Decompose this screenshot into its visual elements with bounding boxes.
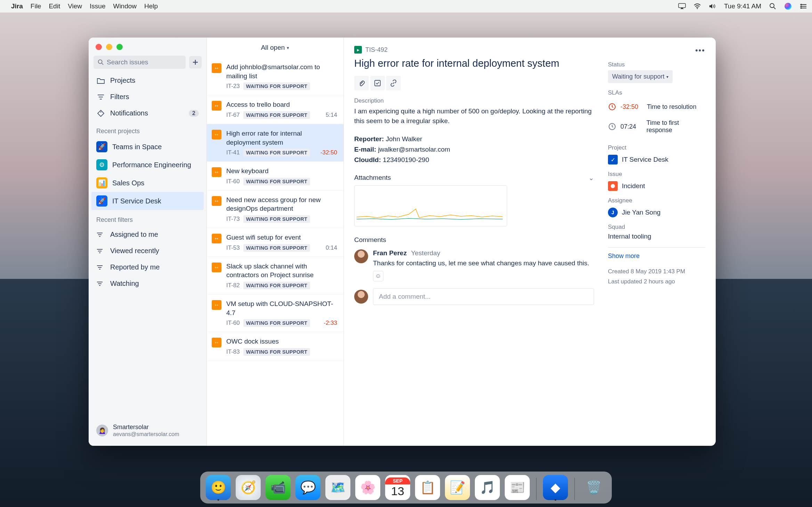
issue-list-item[interactable]: ↔OWC dock issuesIT-83WAITING FOR SUPPORT	[207, 332, 343, 361]
sidebar-filter-item[interactable]: Watching	[89, 275, 206, 292]
filter-icon	[96, 248, 105, 254]
issue-list: All open ▾ ↔Add johnblo@smartsolar.com t…	[207, 38, 344, 446]
nav-filters[interactable]: Filters	[89, 89, 206, 105]
dock-calendar[interactable]: SEP13	[385, 475, 410, 500]
issue-list-item[interactable]: ↔High error rate for internal deployment…	[207, 124, 343, 162]
menu-file[interactable]: File	[31, 2, 41, 10]
sidebar-filter-item[interactable]: Viewed recently	[89, 243, 206, 259]
svg-rect-0	[679, 3, 685, 8]
create-issue-button[interactable]	[189, 56, 202, 69]
issue-key[interactable]: TIS-492	[365, 46, 388, 54]
filter-icon	[96, 94, 105, 100]
dock-reminders[interactable]: 📋	[415, 475, 440, 500]
svg-point-2	[770, 3, 774, 8]
issue-key: IT-60	[226, 178, 240, 185]
issue-status: WAITING FOR SUPPORT	[243, 244, 310, 252]
comment-date: Yesterday	[411, 249, 440, 257]
minimize-window-button[interactable]	[106, 44, 112, 50]
show-more-link[interactable]: Show more	[608, 252, 705, 260]
issue-list-item[interactable]: ↔Guest wifi setup for eventIT-53WAITING …	[207, 228, 343, 257]
filter-label: Reported by me	[110, 263, 160, 271]
issue-list-item[interactable]: ↔Add johnblo@smartsolar.com to mailing l…	[207, 58, 343, 95]
dock-finder[interactable]: 🙂	[206, 475, 231, 500]
link-icon	[390, 80, 397, 87]
nav-projects[interactable]: Projects	[89, 72, 206, 89]
sidebar-project-item[interactable]: ⚙Performance Engineering	[89, 156, 206, 174]
link-button[interactable]	[386, 76, 401, 90]
menu-issue[interactable]: Issue	[90, 2, 105, 10]
sidebar-filter-item[interactable]: Reported by me	[89, 259, 206, 275]
dock-news[interactable]: 📰	[505, 475, 530, 500]
svg-line-3	[774, 7, 776, 9]
react-button[interactable]: ☺	[373, 271, 383, 281]
menu-edit[interactable]: Edit	[49, 2, 60, 10]
dock-photos[interactable]: 🌸	[355, 475, 380, 500]
issue-title: Guest wifi setup for event	[226, 233, 337, 242]
chevron-down-icon: ⌄	[588, 174, 594, 182]
dock-messages[interactable]: 💬	[295, 475, 320, 500]
filter-icon	[96, 265, 105, 270]
issue-title: OWC dock issues	[226, 337, 337, 346]
status-dropdown[interactable]: Waiting for support ▾	[608, 70, 673, 83]
zoom-window-button[interactable]	[116, 44, 123, 50]
project-icon: ⚙	[96, 159, 107, 170]
issue-list-item[interactable]: ↔Need new access group for new designOps…	[207, 191, 343, 228]
attachments-header[interactable]: Attachments ⌄	[354, 174, 594, 182]
dock-music[interactable]: 🎵	[475, 475, 500, 500]
subtask-button[interactable]	[370, 76, 385, 90]
dock-notes[interactable]: 📝	[445, 475, 470, 500]
sidebar-filter-item[interactable]: Assigned to me	[89, 226, 206, 243]
dock-jira[interactable]: ◆	[543, 475, 568, 500]
search-issues-input[interactable]: Search issues	[94, 56, 186, 69]
issue-list-item[interactable]: ↔VM setup with CLOUD-SNAPSHOT-4.7IT-60WA…	[207, 295, 343, 332]
add-comment-input[interactable]	[373, 288, 594, 305]
recent-filters-label: Recent filters	[89, 210, 206, 226]
sla-time-value: -32:50	[620, 103, 643, 111]
app-menu[interactable]: Jira	[11, 2, 23, 10]
sla-first-response: 07:24 Time to first response	[608, 115, 705, 138]
close-window-button[interactable]	[96, 44, 102, 50]
dock-safari[interactable]: 🧭	[236, 475, 261, 500]
sidebar-project-item[interactable]: 🚀Teams in Space	[89, 138, 206, 156]
comment-avatar	[354, 249, 368, 263]
issue-type-row[interactable]: Incident	[608, 180, 705, 191]
volume-icon[interactable]	[709, 2, 716, 10]
divider	[608, 247, 705, 248]
spotlight-icon[interactable]	[769, 2, 777, 10]
issue-list-item[interactable]: ↔New keyboardIT-60WAITING FOR SUPPORT	[207, 162, 343, 191]
menu-window[interactable]: Window	[113, 2, 137, 10]
more-actions-button[interactable]: •••	[695, 46, 705, 55]
issue-list-item[interactable]: ↔Slack up slack channel with contractors…	[207, 257, 343, 295]
tag-icon	[96, 110, 105, 117]
control-center-icon[interactable]	[799, 2, 807, 10]
sla-label: Time to first response	[647, 119, 705, 134]
attach-button[interactable]	[354, 76, 369, 90]
attachment-thumbnail[interactable]	[354, 185, 507, 226]
sidebar-project-item[interactable]: 📊Sales Ops	[89, 174, 206, 192]
svg-point-1	[697, 8, 698, 9]
wifi-icon[interactable]	[693, 2, 701, 10]
sidebar-user[interactable]: 🙍‍♀️ Smartersolar aevans@smartersolar.co…	[89, 417, 206, 446]
menu-help[interactable]: Help	[144, 2, 158, 10]
issue-key: IT-73	[226, 216, 240, 223]
dock-maps[interactable]: 🗺️	[325, 475, 350, 500]
nav-notifications[interactable]: Notifications 2	[89, 105, 206, 121]
menubar-clock[interactable]: Tue 9:41 AM	[724, 2, 761, 10]
airplay-icon[interactable]	[678, 2, 686, 10]
issue-status: WAITING FOR SUPPORT	[243, 282, 310, 289]
issue-list-item[interactable]: ↔Access to trello boardIT-67WAITING FOR …	[207, 95, 343, 124]
issue-type-icon: ▸	[354, 46, 362, 54]
project-value-row[interactable]: ✓ IT Service Desk	[608, 153, 705, 164]
clock-icon	[608, 103, 616, 111]
dock-trash[interactable]: 🗑️	[581, 475, 606, 500]
issue-list-filter[interactable]: All open ▾	[207, 38, 343, 58]
issue-status: WAITING FOR SUPPORT	[243, 178, 310, 185]
issue-type-icon: ↔	[212, 130, 221, 139]
issue-status: WAITING FOR SUPPORT	[243, 111, 310, 119]
dock-facetime[interactable]: 📹	[266, 475, 291, 500]
assignee-row[interactable]: J Jie Yan Song	[608, 206, 705, 217]
menu-view[interactable]: View	[68, 2, 82, 10]
sidebar-project-item[interactable]: 🚀IT Service Desk	[91, 192, 204, 210]
siri-icon[interactable]	[784, 2, 792, 10]
clock-icon	[608, 122, 616, 131]
